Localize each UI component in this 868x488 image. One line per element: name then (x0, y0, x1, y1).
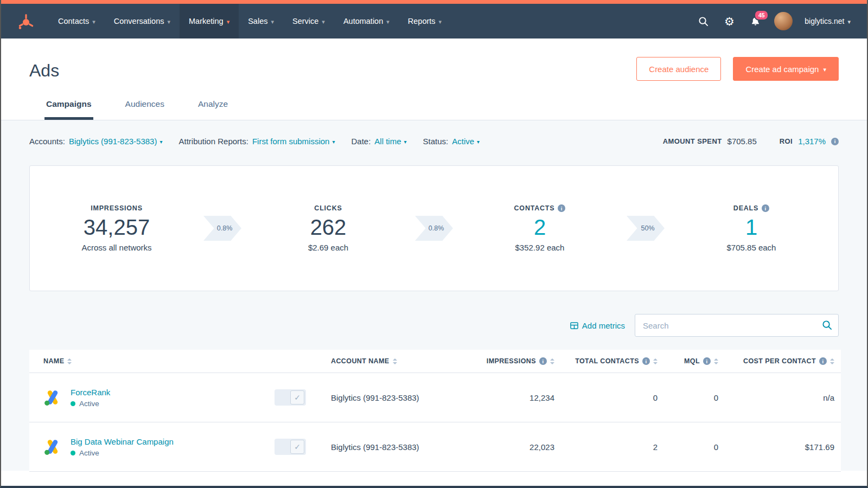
sort-icon[interactable] (653, 358, 658, 364)
notification-count-badge: 45 (754, 10, 769, 21)
sort-icon[interactable] (550, 358, 554, 364)
sprocket-icon (17, 12, 35, 30)
create-ad-campaign-label: Create ad campaign (745, 65, 819, 74)
header-actions: Create audience Create ad campaign ▾ (636, 57, 839, 81)
campaign-name-link[interactable]: Big Data Webinar Campaign (71, 437, 174, 446)
page-header: Ads Create audience Create ad campaign ▾… (1, 38, 867, 120)
contacts-value[interactable]: 2 (534, 215, 546, 240)
nav-contacts[interactable]: Contacts▾ (49, 4, 105, 38)
notifications-bell-icon[interactable]: 45 (748, 14, 762, 28)
account-menu[interactable]: biglytics.net ▾ (805, 17, 851, 25)
chevron-down-icon: ▾ (404, 139, 407, 145)
sort-icon[interactable] (830, 358, 834, 364)
cost-per-contact-info-icon[interactable] (819, 357, 827, 365)
checkbox-checked-icon: ✓ (290, 390, 304, 404)
funnel-stage-contacts: CONTACTS 2 $352.92 each (453, 204, 627, 252)
hubspot-logo[interactable] (1, 4, 49, 38)
nav-sales[interactable]: Sales▾ (239, 4, 283, 38)
column-header-name[interactable]: NAME (29, 350, 324, 373)
nav-marketing[interactable]: Marketing▾ (180, 4, 239, 38)
impressions-info-icon[interactable] (539, 357, 547, 365)
date-filter: Date: All time ▾ (351, 137, 406, 146)
main-nav: Contacts▾ Conversations▾ Marketing▾ Sale… (49, 4, 451, 38)
status-filter-dropdown[interactable]: Active ▾ (452, 137, 480, 146)
search-input[interactable] (635, 314, 839, 337)
funnel-stage-deals: DEALS 1 $705.85 each (665, 204, 838, 252)
sync-toggle[interactable]: ✓ (275, 389, 306, 406)
deals-info-icon[interactable] (762, 204, 769, 212)
roi-value: 1,317% (798, 137, 826, 146)
column-header-mql[interactable]: MQL (664, 350, 725, 373)
mql-info-icon[interactable] (703, 357, 711, 365)
ads-dashboard: Contacts▾ Conversations▾ Marketing▾ Sale… (0, 0, 868, 488)
total-contacts-cell: 0 (561, 373, 664, 422)
nav-reports[interactable]: Reports▾ (399, 4, 451, 38)
nav-sales-label: Sales (248, 17, 267, 25)
chevron-down-icon: ▾ (332, 139, 335, 145)
chevron-down-icon: ▾ (477, 139, 480, 145)
table-row: Big Data Webinar Campaign Active ✓ Bigly… (29, 422, 841, 472)
avatar[interactable] (774, 12, 793, 30)
accounts-filter-dropdown[interactable]: Biglytics (991-823-5383) ▾ (69, 137, 163, 146)
total-contacts-info-icon[interactable] (642, 357, 650, 365)
search-icon[interactable] (822, 320, 832, 332)
impressions-sub: Across all networks (81, 243, 151, 252)
column-header-account-name[interactable]: ACCOUNT NAME (324, 350, 469, 373)
mql-cell: 0 (664, 422, 725, 472)
contacts-info-icon[interactable] (558, 204, 565, 212)
google-ads-icon (43, 388, 62, 407)
campaign-name-link[interactable]: ForceRank (71, 388, 110, 397)
grid-icon (570, 322, 578, 330)
topbar-utilities: ⚙ 45 biglytics.net ▾ (696, 4, 867, 38)
tab-bar: Campaigns Audiences Analyze (29, 99, 839, 120)
create-audience-label: Create audience (649, 65, 709, 74)
attribution-filter-dropdown[interactable]: First form submission ▾ (252, 137, 335, 146)
tab-analyze[interactable]: Analyze (196, 99, 229, 120)
impressions-cell: 22,023 (469, 422, 561, 472)
nav-automation-label: Automation (343, 17, 383, 25)
mql-cell: 0 (664, 373, 725, 422)
add-metrics-button[interactable]: Add metrics (570, 321, 625, 330)
sort-icon[interactable] (393, 358, 397, 364)
search-icon[interactable] (696, 14, 710, 28)
chevron-down-icon: ▾ (227, 18, 230, 25)
top-accent-bar (1, 0, 867, 4)
sort-icon[interactable] (714, 358, 718, 364)
column-header-impressions[interactable]: IMPRESSIONS (469, 350, 561, 373)
amount-spent-value: $705.85 (727, 137, 757, 146)
roi-info-icon[interactable] (831, 138, 839, 145)
nav-automation[interactable]: Automation▾ (334, 4, 399, 38)
accounts-filter-value: Biglytics (991-823-5383) (69, 137, 157, 146)
date-filter-dropdown[interactable]: All time ▾ (374, 137, 406, 146)
create-ad-campaign-button[interactable]: Create ad campaign ▾ (733, 57, 839, 81)
nav-marketing-label: Marketing (189, 17, 224, 25)
clicks-value: 262 (310, 215, 347, 240)
impressions-cell: 12,234 (469, 373, 561, 422)
tab-campaigns[interactable]: Campaigns (44, 99, 93, 120)
column-header-total-contacts[interactable]: TOTAL CONTACTS (561, 350, 664, 373)
nav-service[interactable]: Service▾ (283, 4, 334, 38)
attribution-filter-value: First form submission (252, 137, 330, 146)
status-dot (71, 401, 75, 406)
chevron-down-icon: ▾ (322, 18, 325, 25)
nav-service-label: Service (292, 17, 318, 25)
total-contacts-cell[interactable]: 2 (561, 422, 664, 472)
table-header-row: NAME ACCOUNT NAME IMPRESSIONS (29, 350, 841, 373)
conversion-rate: 50% (636, 224, 654, 232)
account-name-cell: Biglytics (991-823-5383) (324, 422, 469, 472)
chevron-down-icon: ▾ (271, 18, 274, 25)
create-audience-button[interactable]: Create audience (636, 57, 721, 81)
sort-icon[interactable] (67, 358, 72, 364)
sync-toggle[interactable]: ✓ (275, 439, 306, 455)
page-title: Ads (29, 61, 59, 81)
nav-conversations[interactable]: Conversations▾ (105, 4, 180, 38)
column-header-cost-per-contact[interactable]: COST PER CONTACT (725, 350, 841, 373)
status-filter-label: Status: (423, 137, 449, 146)
page-content: Accounts: Biglytics (991-823-5383) ▾ Att… (1, 120, 867, 471)
add-metrics-label: Add metrics (582, 321, 625, 330)
tab-audiences[interactable]: Audiences (124, 99, 166, 120)
gear-icon[interactable]: ⚙ (722, 14, 736, 28)
table-search (635, 314, 839, 337)
deals-value[interactable]: 1 (745, 215, 757, 240)
conversion-rate: 0.8% (213, 224, 233, 232)
